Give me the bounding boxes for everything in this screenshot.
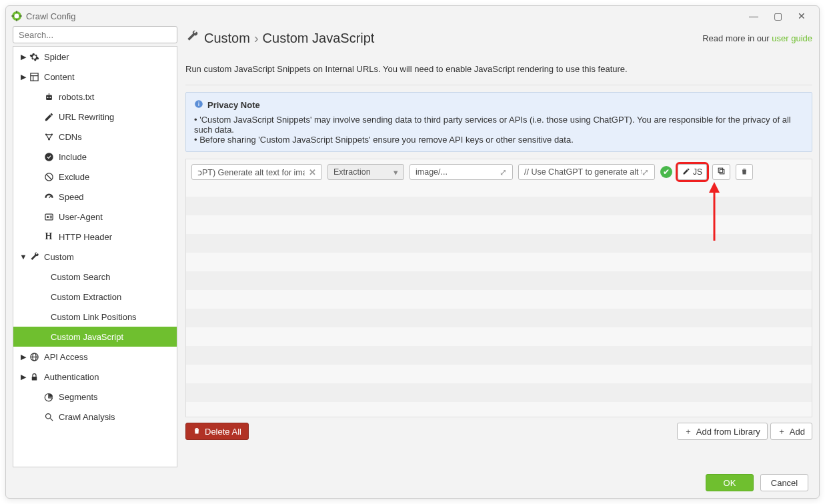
check-circle-icon — [43, 152, 55, 162]
user-guide-link[interactable]: user guide — [772, 33, 812, 43]
code-text: // Use ChatGPT to generate alt tex — [524, 167, 642, 177]
nav-label: Speed — [59, 192, 84, 202]
gear-icon — [28, 52, 40, 62]
nav-cdns[interactable]: CDNs — [13, 127, 177, 147]
nav-url-rewriting[interactable]: URL Rewriting — [13, 107, 177, 127]
svg-point-1 — [15, 14, 19, 19]
nav-include[interactable]: Include — [13, 147, 177, 167]
snippet-name-field[interactable]: ɔPT) Generate alt text for images ✕ — [191, 164, 322, 180]
nav-custom-search[interactable]: Custom Search — [13, 267, 177, 287]
nav-robots[interactable]: robots.txt — [13, 87, 177, 107]
main-panel: Custom › Custom JavaScript Read more in … — [185, 26, 812, 467]
cancel-button[interactable]: Cancel — [760, 474, 808, 491]
svg-point-11 — [49, 97, 51, 98]
caret-icon: ▶ — [19, 53, 28, 61]
robot-icon — [43, 92, 55, 102]
delete-all-button[interactable]: Delete All — [185, 423, 249, 440]
duplicate-button[interactable] — [712, 164, 730, 180]
nav-crawl-analysis[interactable]: Crawl Analysis — [13, 407, 177, 427]
nav-authentication[interactable]: ▶ Authentication — [13, 367, 177, 387]
titlebar: Crawl Config — ▢ ✕ — [6, 6, 819, 26]
nav-spider[interactable]: ▶ Spider — [13, 47, 177, 67]
svg-rect-9 — [46, 95, 52, 100]
snippet-grid: ɔPT) Generate alt text for images ✕ Extr… — [185, 159, 812, 417]
svg-rect-27 — [31, 376, 37, 380]
layout-icon — [28, 72, 40, 82]
magnifier-icon — [43, 412, 55, 422]
nav-label: Authentication — [44, 372, 99, 382]
caret-icon: ▼ — [19, 253, 28, 261]
nav-custom[interactable]: ▼ Custom — [13, 247, 177, 267]
minimize-button[interactable]: — — [742, 6, 766, 26]
nav-label: Custom Link Positions — [51, 312, 137, 322]
nav-label: Crawl Analysis — [59, 412, 115, 422]
maximize-button[interactable]: ▢ — [766, 6, 790, 26]
caret-icon: ▶ — [19, 373, 28, 381]
ban-icon — [43, 172, 55, 182]
globe-icon — [28, 352, 40, 362]
search-input[interactable] — [13, 26, 177, 43]
wrench-icon — [185, 30, 199, 47]
nav-label: Custom JavaScript — [51, 332, 123, 342]
snippet-type-select[interactable]: Extraction ▾ — [327, 164, 404, 180]
nav-label: API Access — [44, 352, 88, 362]
add-from-library-button[interactable]: ＋ Add from Library — [677, 423, 768, 440]
nav-custom-extraction[interactable]: Custom Extraction — [13, 287, 177, 307]
cancel-label: Cancel — [771, 478, 798, 488]
js-label: JS — [693, 167, 702, 177]
svg-point-10 — [47, 97, 48, 98]
svg-rect-20 — [45, 214, 52, 220]
filter-text: image/... — [416, 167, 448, 177]
note-heading: Privacy Note — [207, 100, 260, 110]
nav-label: Include — [59, 152, 87, 162]
expand-icon[interactable]: ⤢ — [642, 167, 649, 177]
trash-icon — [740, 167, 748, 177]
grid-toolbar: Delete All ＋ Add from Library ＋ Add — [185, 423, 812, 440]
nav-segments[interactable]: Segments — [13, 387, 177, 407]
window-title: Crawl Config — [26, 11, 75, 21]
breadcrumb: Custom › Custom JavaScript — [185, 30, 374, 47]
delete-all-label: Delete All — [205, 427, 241, 437]
nav-custom-javascript[interactable]: Custom JavaScript — [13, 327, 177, 347]
info-icon — [194, 99, 203, 111]
snippet-row: ɔPT) Generate alt text for images ✕ Extr… — [186, 159, 812, 185]
caret-icon: ▶ — [19, 353, 28, 361]
nav-content[interactable]: ▶ Content — [13, 67, 177, 87]
clear-icon[interactable]: ✕ — [309, 167, 316, 177]
breadcrumb-parent: Custom — [204, 31, 250, 46]
nav-label: User-Agent — [59, 212, 103, 222]
code-preview-field[interactable]: // Use ChatGPT to generate alt tex ⤢ — [518, 164, 655, 180]
nav-api-access[interactable]: ▶ API Access — [13, 347, 177, 367]
content-filter-field[interactable]: image/... ⤢ — [409, 164, 513, 180]
edit-icon — [43, 112, 55, 122]
svg-rect-32 — [198, 102, 199, 103]
nav-label: Segments — [59, 392, 98, 402]
svg-point-21 — [47, 215, 49, 217]
close-button[interactable]: ✕ — [790, 6, 814, 26]
nav-label: Custom — [44, 252, 74, 262]
dialog-body: ▶ Spider ▶ Content robots.txt URL Rewrit… — [6, 26, 819, 467]
svg-rect-6 — [30, 73, 37, 80]
pie-icon — [43, 392, 55, 402]
nav-http-header[interactable]: H HTTP Header — [13, 227, 177, 247]
valid-check-icon: ✔ — [660, 166, 672, 178]
nav-exclude[interactable]: Exclude — [13, 167, 177, 187]
breadcrumb-current: Custom JavaScript — [263, 31, 375, 46]
edit-js-button[interactable]: JS — [678, 164, 707, 180]
nav-label: Exclude — [59, 172, 89, 182]
crawl-config-dialog: Crawl Config — ▢ ✕ ▶ Spider ▶ Content — [5, 5, 820, 499]
divider — [185, 85, 812, 85]
ok-button[interactable]: OK — [706, 474, 754, 491]
delete-row-button[interactable] — [736, 164, 753, 180]
add-button[interactable]: ＋ Add — [770, 423, 812, 440]
snippet-type-value: Extraction — [333, 167, 371, 177]
nav-user-agent[interactable]: User-Agent — [13, 207, 177, 227]
add-library-label: Add from Library — [696, 427, 760, 437]
cdn-icon — [43, 132, 55, 142]
nav-speed[interactable]: Speed — [13, 187, 177, 207]
breadcrumb-separator: › — [254, 31, 259, 46]
svg-line-18 — [46, 174, 51, 179]
snippet-name-text: ɔPT) Generate alt text for images — [197, 167, 305, 177]
nav-custom-link-positions[interactable]: Custom Link Positions — [13, 307, 177, 327]
expand-icon[interactable]: ⤢ — [500, 167, 507, 177]
